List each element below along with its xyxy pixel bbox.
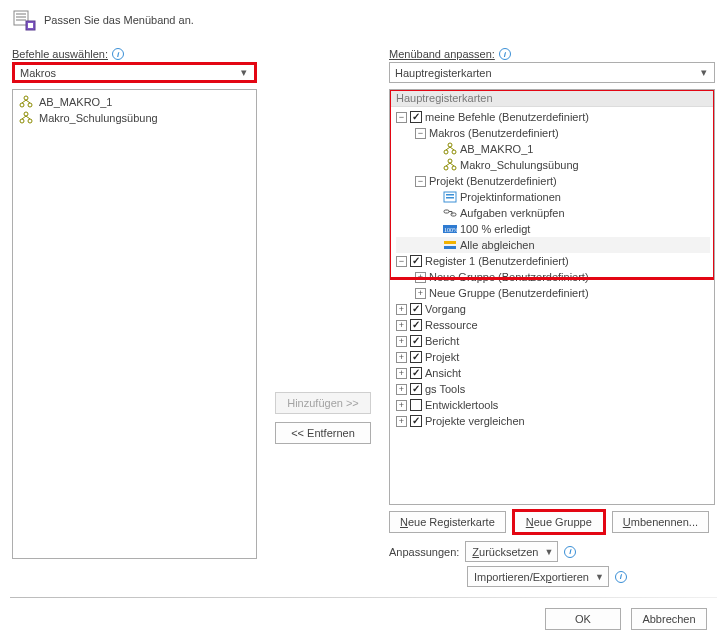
ribbon-customize-icon [12,8,36,32]
checkbox-icon[interactable] [410,351,422,363]
svg-point-9 [24,112,28,116]
macro-icon [19,111,33,125]
tree-label: meine Befehle (Benutzerdefiniert) [425,109,589,125]
tree-label: Entwicklertools [425,397,498,413]
dialog-title: Passen Sie das Menüband an. [44,14,194,26]
tree-label: Makros (Benutzerdefiniert) [429,125,559,141]
svg-point-14 [452,150,456,154]
chevron-down-icon: ▾ [236,66,252,79]
info-icon[interactable]: i [499,48,511,60]
tree-node[interactable]: Aufgaben verknüpfen [396,205,710,221]
list-item[interactable]: AB_MAKRO_1 [17,94,252,110]
svg-rect-25 [444,241,456,244]
expand-icon[interactable]: + [396,304,407,315]
expand-icon[interactable]: + [415,288,426,299]
choose-commands-value: Makros [20,67,56,79]
info-sheet-icon [443,191,457,203]
expand-icon[interactable]: + [396,384,407,395]
tree-label: Projektinformationen [460,189,561,205]
remove-button[interactable]: << Entfernen [275,422,371,444]
checkbox-icon[interactable] [410,111,422,123]
tree-node[interactable]: + Neue Gruppe (Benutzerdefiniert) [396,269,710,285]
tree-node[interactable]: + Projekte vergleichen [396,413,710,429]
tree-node[interactable]: − meine Befehle (Benutzerdefiniert) [396,109,710,125]
checkbox-icon[interactable] [410,319,422,331]
customize-ribbon-label: Menüband anpassen: [389,48,495,60]
choose-commands-label: Befehle auswählen: [12,48,108,60]
expand-icon[interactable]: + [396,400,407,411]
checkbox-icon[interactable] [410,399,422,411]
tree-label: Alle abgleichen [460,237,535,253]
rename-button[interactable]: Umbenennen... [612,511,709,533]
macro-icon [443,142,457,156]
commands-listbox[interactable]: AB_MAKRO_1 Makro_Schulungsübung [12,89,257,559]
tree-node[interactable]: − Makros (Benutzerdefiniert) [396,125,710,141]
tree-node[interactable]: − Register 1 (Benutzerdefiniert) [396,253,710,269]
tree-label: Neue Gruppe (Benutzerdefiniert) [429,269,589,285]
svg-rect-1 [16,13,26,15]
collapse-icon[interactable]: − [415,176,426,187]
collapse-icon[interactable]: − [396,112,407,123]
tree-node[interactable]: AB_MAKRO_1 [396,141,710,157]
info-icon[interactable]: i [564,546,576,558]
reset-label: Zurücksetzen [472,546,538,558]
checkbox-icon[interactable] [410,255,422,267]
ribbon-tree[interactable]: Hauptregisterkarten − meine Befehle (Ben… [389,89,715,505]
level-all-icon [443,239,457,251]
collapse-icon[interactable]: − [415,128,426,139]
macro-icon [19,95,33,109]
choose-commands-combo[interactable]: Makros ▾ [12,62,257,83]
expand-icon[interactable]: + [396,416,407,427]
tree-node[interactable]: − Projekt (Benutzerdefiniert) [396,173,710,189]
chevron-down-icon: ▼ [544,547,553,557]
expand-icon[interactable]: + [396,320,407,331]
import-export-dropdown[interactable]: Importieren/Exportieren ▼ [467,566,609,587]
checkbox-icon[interactable] [410,335,422,347]
tree-label: Ressource [425,317,478,333]
checkbox-icon[interactable] [410,415,422,427]
tree-node[interactable]: 100% 100 % erledigt [396,221,710,237]
import-export-label: Importieren/Exportieren [474,571,589,583]
info-icon[interactable]: i [615,571,627,583]
tree-node[interactable]: + Entwicklertools [396,397,710,413]
tree-node[interactable]: + Ansicht [396,365,710,381]
cancel-button[interactable]: Abbrechen [631,608,707,630]
tree-node-selected[interactable]: Alle abgleichen [396,237,710,253]
tree-label: Aufgaben verknüpfen [460,205,565,221]
tree-node[interactable]: + gs Tools [396,381,710,397]
info-icon[interactable]: i [112,48,124,60]
svg-text:100%: 100% [444,227,457,233]
checkbox-icon[interactable] [410,383,422,395]
tree-label: Bericht [425,333,459,349]
add-button: Hinzufügen >> [275,392,371,414]
svg-rect-26 [444,246,456,249]
tree-node[interactable]: + Neue Gruppe (Benutzerdefiniert) [396,285,710,301]
ok-button[interactable]: OK [545,608,621,630]
svg-rect-21 [444,210,449,213]
expand-icon[interactable]: + [396,352,407,363]
svg-rect-5 [28,23,33,28]
expand-icon[interactable]: + [415,272,426,283]
list-item[interactable]: Makro_Schulungsübung [17,110,252,126]
svg-point-11 [28,119,32,123]
tree-node[interactable]: + Bericht [396,333,710,349]
tree-node[interactable]: Projektinformationen [396,189,710,205]
ribbon-target-combo[interactable]: Hauptregisterkarten ▾ [389,62,715,83]
tree-node[interactable]: + Ressource [396,317,710,333]
svg-rect-19 [446,194,454,196]
tree-label: Projekte vergleichen [425,413,525,429]
tree-node[interactable]: Makro_Schulungsübung [396,157,710,173]
new-group-button[interactable]: Neue Gruppe [514,511,604,533]
tree-node[interactable]: + Vorgang [396,301,710,317]
collapse-icon[interactable]: − [396,256,407,267]
checkbox-icon[interactable] [410,303,422,315]
expand-icon[interactable]: + [396,368,407,379]
checkbox-icon[interactable] [410,367,422,379]
reset-dropdown[interactable]: Zurücksetzen ▼ [465,541,558,562]
svg-point-6 [24,96,28,100]
tree-label: Makro_Schulungsübung [460,157,579,173]
macro-icon [443,158,457,172]
new-tab-button[interactable]: Neue Registerkarte [389,511,506,533]
expand-icon[interactable]: + [396,336,407,347]
tree-node[interactable]: + Projekt [396,349,710,365]
